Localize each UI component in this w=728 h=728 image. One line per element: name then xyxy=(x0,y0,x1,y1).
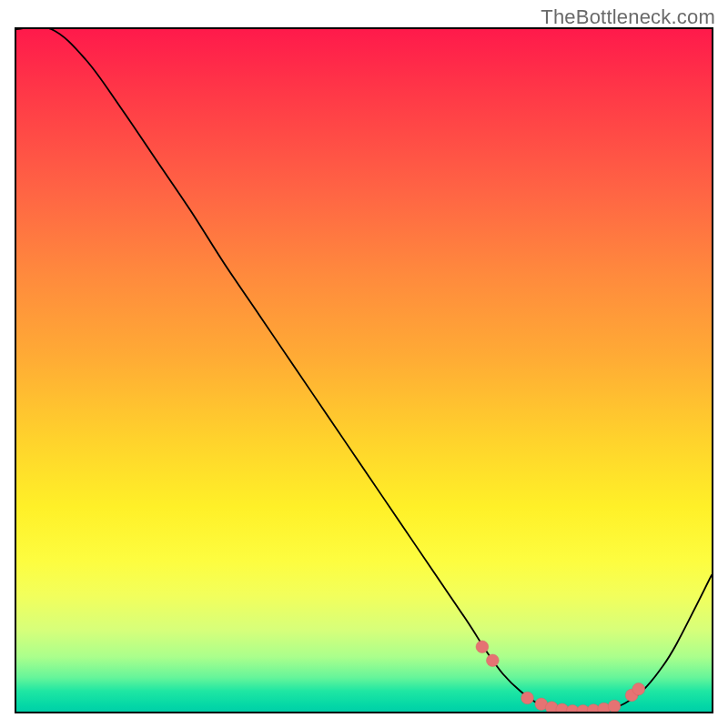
marker-dot xyxy=(608,700,621,712)
chart-container: TheBottleneck.com xyxy=(0,0,728,728)
plot-area xyxy=(15,27,713,713)
marker-dot xyxy=(476,641,489,653)
marker-dot xyxy=(521,692,534,704)
chart-svg xyxy=(16,29,712,712)
marker-dot xyxy=(486,654,499,667)
bottleneck-curve xyxy=(16,29,712,712)
attribution-text: TheBottleneck.com xyxy=(541,5,715,29)
marker-group xyxy=(476,641,645,712)
marker-dot xyxy=(632,683,645,696)
